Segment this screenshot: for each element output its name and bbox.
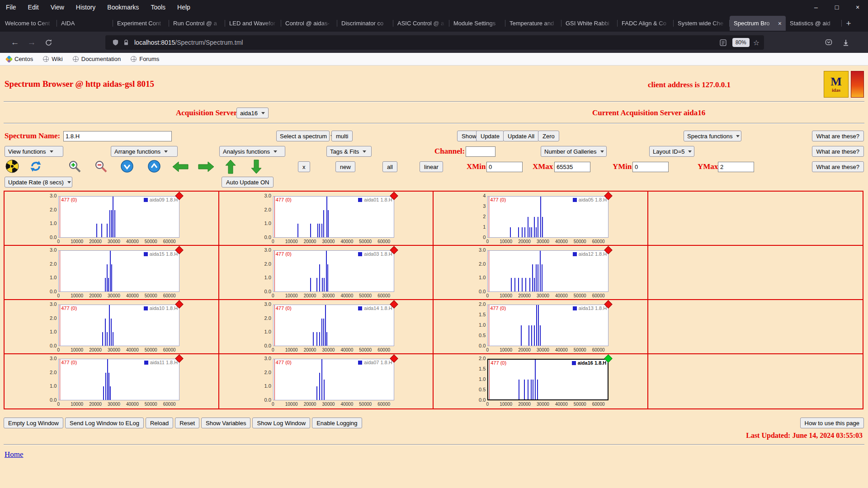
- browser-tab[interactable]: Module Settings: [449, 16, 505, 31]
- spectrum-panel[interactable]: 477 (0)aida03 1.8.H3.02.01.00.0010000200…: [258, 250, 394, 300]
- shield-icon[interactable]: [110, 37, 121, 48]
- bookmark-star-icon[interactable]: ☆: [753, 38, 760, 47]
- spectrum-panel[interactable]: 477 (0)aida09 1.8.H3.02.01.00.0010000200…: [43, 196, 179, 246]
- galleries-count-select[interactable]: Number of Galleries: [541, 146, 607, 157]
- linear-button[interactable]: linear: [420, 161, 443, 172]
- arrange-functions-select[interactable]: Arrange functions: [111, 146, 178, 157]
- spectrum-panel[interactable]: 477 (0)aida01 1.8.H3.02.01.00.0010000200…: [258, 196, 394, 246]
- spectrum-plot[interactable]: 477 (0)aida05 1.8.H: [487, 196, 609, 238]
- layout-id-select[interactable]: Layout ID=5: [649, 146, 694, 157]
- show-log-window-button[interactable]: Show Log Window: [252, 418, 310, 428]
- browser-tab[interactable]: Temperature and: [505, 16, 561, 31]
- bookmark-centos[interactable]: Centos: [6, 56, 33, 62]
- browser-tab[interactable]: Discriminator co: [337, 16, 393, 31]
- xmin-input[interactable]: [486, 162, 523, 172]
- browser-tab[interactable]: FADC Align & Co: [618, 16, 674, 31]
- arrow-up-icon[interactable]: [225, 159, 236, 174]
- bookmark-wiki[interactable]: Wiki: [43, 56, 63, 62]
- bookmark-documentation[interactable]: Documentation: [73, 56, 121, 62]
- empty-log-window-button[interactable]: Empty Log Window: [4, 418, 63, 428]
- tags-fits-select[interactable]: Tags & Fits: [326, 146, 372, 157]
- forward-icon[interactable]: →: [25, 36, 38, 49]
- arrow-down-icon[interactable]: [250, 159, 262, 174]
- spectrum-panel[interactable]: 477 (0)aida11 1.8.H3.02.01.00.0010000200…: [43, 359, 179, 408]
- menu-item-tools[interactable]: Tools: [145, 4, 171, 11]
- acquisition-server-select[interactable]: aida16: [236, 108, 269, 118]
- multi-button[interactable]: multi: [331, 131, 353, 141]
- scroll-up-icon[interactable]: [147, 160, 161, 173]
- menu-item-history[interactable]: History: [70, 4, 102, 11]
- scroll-down-icon[interactable]: [120, 160, 134, 173]
- spectrum-plot[interactable]: 477 (0)aida03 1.8.H: [273, 250, 394, 292]
- pocket-icon[interactable]: [822, 36, 835, 49]
- bookmark-forums[interactable]: Forums: [131, 56, 159, 62]
- update-rate-select[interactable]: Update Rate (8 secs): [5, 177, 72, 188]
- browser-tab[interactable]: Control @ aidas-: [281, 16, 337, 31]
- what-are-these-button[interactable]: What are these?: [812, 131, 864, 141]
- spectrum-plot[interactable]: 477 (0)aida07 1.8.H: [273, 359, 394, 400]
- new-tab-button[interactable]: +: [842, 17, 855, 30]
- spectrum-plot[interactable]: aida15 1.8.H: [58, 250, 179, 292]
- browser-tab[interactable]: Statistics @ aid: [786, 16, 842, 31]
- spectrum-name-input[interactable]: [63, 131, 172, 141]
- arrow-right-icon[interactable]: [198, 161, 215, 173]
- send-log-window-to-elog-button[interactable]: Send Log Window to ELog: [65, 418, 144, 428]
- spectrum-plot[interactable]: 477 (0)aida01 1.8.H: [273, 196, 394, 238]
- spectrum-panel[interactable]: 477 (0)aida05 1.8.H432100100002000030000…: [472, 196, 609, 246]
- spectrum-panel[interactable]: 477 (0)aida14 1.8.H3.02.01.00.0010000200…: [258, 305, 394, 354]
- downloads-icon[interactable]: [839, 36, 853, 49]
- zoom-level-badge[interactable]: 80%: [732, 38, 750, 47]
- menu-item-bookmarks[interactable]: Bookmarks: [101, 4, 145, 11]
- new-button[interactable]: new: [335, 161, 355, 172]
- spectra-functions-select[interactable]: Spectra functions: [684, 131, 741, 141]
- zero-button[interactable]: Zero: [538, 131, 559, 141]
- spectrum-panel[interactable]: 477 (0)aida13 1.8.H2.01.51.00.50.0010000…: [472, 305, 609, 354]
- how-to-use-button[interactable]: How to use this page: [800, 418, 864, 428]
- arrow-left-icon[interactable]: [172, 161, 189, 173]
- spectrum-select[interactable]: Select a spectrum: [276, 131, 330, 141]
- enable-logging-button[interactable]: Enable Logging: [312, 418, 362, 428]
- update-button[interactable]: Update: [476, 131, 504, 141]
- spectrum-plot[interactable]: 477 (0)aida16 1.8.H: [487, 359, 609, 400]
- browser-tab[interactable]: Spectrum Bro×: [730, 16, 786, 31]
- refresh-icon[interactable]: [29, 160, 42, 173]
- spectrum-plot[interactable]: 477 (0)aida10 1.8.H: [58, 305, 179, 346]
- menu-item-help[interactable]: Help: [171, 4, 196, 11]
- home-link[interactable]: Home: [5, 450, 24, 459]
- spectrum-plot[interactable]: 477 (0)aida11 1.8.H: [58, 359, 179, 400]
- menu-item-file[interactable]: File: [0, 4, 22, 11]
- browser-tab[interactable]: Experiment Cont: [113, 16, 169, 31]
- close-tab-icon[interactable]: ×: [778, 20, 782, 27]
- reader-mode-icon[interactable]: [718, 37, 729, 48]
- spectrum-panel[interactable]: aida15 1.8.H3.02.01.00.00100002000030000…: [43, 250, 179, 300]
- radiation-icon[interactable]: [5, 160, 19, 173]
- browser-tab[interactable]: Welcome to Cent: [1, 16, 57, 31]
- browser-tab[interactable]: AIDA: [57, 16, 113, 31]
- x-button[interactable]: x: [298, 161, 310, 172]
- spectrum-plot[interactable]: 477 (0)aida09 1.8.H: [58, 196, 179, 238]
- ymax-input[interactable]: [718, 162, 754, 172]
- show-variables-button[interactable]: Show Variables: [201, 418, 250, 428]
- site-info-lock-icon[interactable]: [121, 37, 132, 48]
- reload-icon[interactable]: [42, 36, 55, 49]
- spectrum-panel[interactable]: 477 (0)aida07 1.8.H3.02.01.00.0010000200…: [258, 359, 394, 408]
- maximize-icon[interactable]: □: [826, 0, 847, 14]
- zoom-in-icon[interactable]: [68, 160, 81, 173]
- ymin-input[interactable]: [632, 162, 669, 172]
- minimize-icon[interactable]: –: [806, 0, 826, 14]
- browser-tab[interactable]: System wide Che: [674, 16, 730, 31]
- view-functions-select[interactable]: View functions: [5, 146, 63, 157]
- spectrum-plot[interactable]: 477 (0)aida13 1.8.H: [487, 305, 609, 346]
- menu-item-view[interactable]: View: [45, 4, 70, 11]
- spectrum-plot[interactable]: 477 (0)aida14 1.8.H: [273, 305, 394, 346]
- what-are-these-button[interactable]: What are these?: [812, 161, 864, 172]
- what-are-these-button[interactable]: What are these?: [812, 146, 864, 157]
- menu-item-edit[interactable]: Edit: [22, 4, 45, 11]
- back-icon[interactable]: ←: [8, 36, 22, 49]
- browser-tab[interactable]: Run Control @ a: [169, 16, 225, 31]
- browser-tab[interactable]: GSI White Rabbi: [561, 16, 618, 31]
- url-text[interactable]: localhost:8015/Spectrum/Spectrum.tml: [134, 39, 718, 46]
- url-bar[interactable]: localhost:8015/Spectrum/Spectrum.tml 80%…: [105, 35, 764, 50]
- spectrum-plot[interactable]: aida12 1.8.H: [487, 250, 609, 292]
- zoom-out-icon[interactable]: [94, 160, 108, 173]
